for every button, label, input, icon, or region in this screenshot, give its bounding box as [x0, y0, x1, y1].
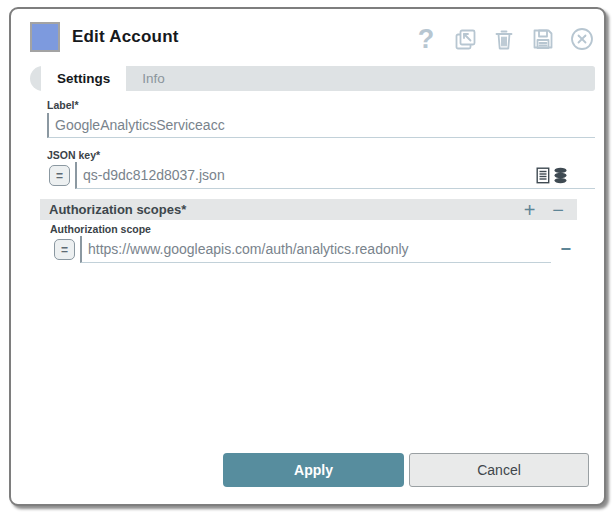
json-key-row: = — [49, 162, 595, 189]
remove-scope-row-icon[interactable]: − — [560, 239, 571, 260]
json-key-input-wrap — [75, 162, 595, 189]
authorization-scope-row: = − — [54, 236, 571, 263]
json-key-expression-button[interactable]: = — [49, 165, 70, 186]
database-icon[interactable] — [553, 167, 568, 184]
save-icon[interactable] — [530, 26, 556, 52]
label-field-label: Label* — [47, 99, 79, 111]
scope-input[interactable] — [88, 241, 551, 257]
tab-info[interactable]: Info — [126, 66, 181, 91]
authorization-scope-label: Authorization scope — [50, 223, 151, 235]
label-input[interactable] — [55, 117, 595, 133]
close-icon[interactable] — [569, 26, 595, 52]
apply-button[interactable]: Apply — [223, 453, 404, 487]
footer-buttons: Apply Cancel — [223, 453, 589, 487]
json-key-field-label: JSON key* — [47, 149, 100, 161]
scope-expression-button[interactable]: = — [54, 239, 75, 260]
scope-input-wrap — [80, 236, 551, 263]
file-lines-icon[interactable] — [536, 167, 550, 184]
export-image-icon[interactable] — [452, 26, 478, 52]
json-key-input[interactable] — [83, 167, 536, 183]
help-icon[interactable]: ? — [413, 26, 439, 52]
edit-account-dialog: Edit Account ? — [9, 7, 606, 506]
authorization-scopes-title: Authorization scopes* — [40, 202, 524, 217]
cancel-button[interactable]: Cancel — [409, 453, 589, 487]
add-scope-icon[interactable]: + — [524, 200, 536, 220]
authorization-scopes-header: Authorization scopes* + − — [40, 199, 577, 220]
label-input-wrap — [47, 113, 595, 138]
dialog-title: Edit Account — [72, 27, 179, 47]
json-key-trailing-icons — [536, 167, 568, 184]
header-toolbar: ? — [413, 26, 595, 52]
tab-bar: Settings Info — [30, 66, 595, 91]
tab-settings[interactable]: Settings — [41, 66, 126, 91]
trash-icon[interactable] — [491, 26, 517, 52]
dialog-color-square — [30, 22, 60, 52]
remove-scopes-icon[interactable]: − — [552, 200, 564, 220]
